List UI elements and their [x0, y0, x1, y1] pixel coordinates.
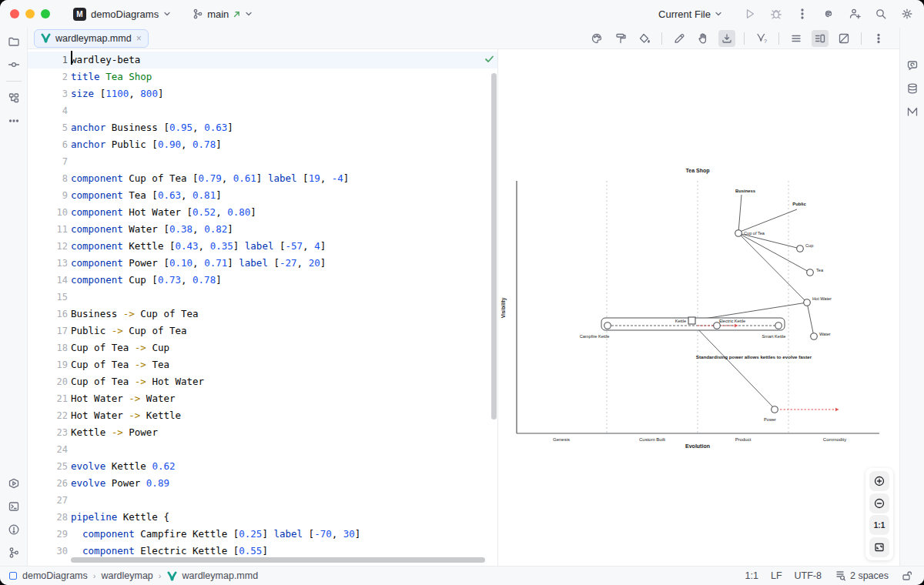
zoom-in-button[interactable]	[869, 471, 889, 491]
code-line[interactable]: 8component Cup of Tea [0.79, 0.61] label…	[28, 170, 497, 187]
code-line[interactable]: 21Hot Water -> Water	[28, 390, 497, 407]
code-line[interactable]: 12component Kettle [0.43, 0.35] label [-…	[28, 238, 497, 255]
code-line[interactable]: 25evolve Kettle 0.62	[28, 458, 497, 475]
code-line[interactable]: 5anchor Business [0.95, 0.63]	[28, 119, 497, 136]
line-ending[interactable]: LF	[771, 570, 782, 581]
run-tool-button[interactable]	[4, 473, 24, 493]
more-kebab-icon[interactable]	[796, 8, 808, 20]
commit-tool-button[interactable]	[4, 55, 24, 75]
horizontal-scrollbar[interactable]	[71, 557, 485, 563]
scroll-sync-button[interactable]	[718, 30, 735, 47]
vertical-scrollbar[interactable]	[491, 73, 497, 420]
code-line[interactable]: 2title Tea Shop	[28, 69, 497, 85]
code-line[interactable]: 24	[28, 441, 497, 458]
line-number: 16	[28, 306, 68, 323]
map-node-hot-water[interactable]	[804, 299, 811, 306]
more-kebab-button[interactable]	[870, 30, 887, 47]
structure-tool-button[interactable]	[4, 88, 24, 108]
code-line[interactable]: 26evolve Power 0.89	[28, 475, 497, 492]
inspections-ok-icon[interactable]	[484, 53, 495, 65]
tab-wardleymap-mmd[interactable]: wardleymap.mmd ×	[34, 29, 149, 48]
code-line[interactable]: 17Public -> Cup of Tea	[28, 323, 497, 339]
map-annotation: Standardising power allows kettles to ev…	[696, 354, 812, 359]
row-layout-button[interactable]	[788, 30, 805, 47]
line-number: 11	[28, 221, 68, 238]
tab-close-icon[interactable]: ×	[136, 34, 142, 43]
map-node-tea[interactable]	[807, 269, 814, 276]
project-widget[interactable]: M demoDiagrams	[73, 8, 171, 21]
zoom-out-button[interactable]	[869, 493, 889, 513]
ai-chat-tool-button[interactable]	[902, 55, 922, 75]
code-line[interactable]: 9component Tea [0.63, 0.81]	[28, 187, 497, 204]
map-node-campfire-kettle[interactable]	[604, 323, 611, 329]
code-editor[interactable]: 1wardley-beta2title Tea Shop3size [1100,…	[28, 49, 497, 566]
code-line[interactable]: 20Cup of Tea -> Hot Water	[28, 373, 497, 390]
map-label-smart-kettle: Smart Kettle	[762, 334, 786, 339]
maximize-window-button[interactable]	[41, 9, 50, 18]
code-line[interactable]: 15	[28, 289, 497, 306]
map-node-cup[interactable]	[797, 246, 804, 252]
map-node-smart-kettle[interactable]	[775, 323, 782, 329]
minimize-window-button[interactable]	[25, 9, 35, 18]
close-window-button[interactable]	[10, 9, 19, 18]
code-line[interactable]: 14component Cup [0.73, 0.78]	[28, 272, 497, 289]
code-line[interactable]: 18Cup of Tea -> Cup	[28, 339, 497, 356]
map-node-power[interactable]	[772, 406, 778, 413]
side-panel-layout-button[interactable]	[812, 30, 829, 47]
code-line[interactable]: 27	[28, 492, 497, 509]
branch-name[interactable]: main	[207, 8, 229, 20]
ai-assistant-icon[interactable]	[822, 8, 835, 20]
code-line[interactable]: 29 component Campfire Kettle [0.25] labe…	[28, 526, 497, 543]
map-node-kettle[interactable]	[688, 317, 695, 324]
map-node-water[interactable]	[811, 333, 818, 340]
mermaid-help-button[interactable]: ?	[753, 30, 770, 47]
code-line[interactable]: 11component Water [0.38, 0.82]	[28, 221, 497, 238]
code-line[interactable]: 28pipeline Kettle {	[28, 509, 497, 526]
file-encoding[interactable]: UTF-8	[795, 570, 822, 581]
unlocked-padlock-icon[interactable]	[901, 570, 913, 582]
indent-widget[interactable]: 2 spaces	[834, 570, 889, 582]
code-line[interactable]: 10component Hot Water [0.52, 0.80]	[28, 204, 497, 221]
code-line[interactable]: 16Business -> Cup of Tea	[28, 306, 497, 323]
search-icon[interactable]	[875, 8, 887, 20]
code-line[interactable]: 23Kettle -> Power	[28, 424, 497, 441]
paint-bucket-button[interactable]	[636, 30, 653, 47]
fit-screen-button[interactable]	[869, 537, 889, 557]
run-button[interactable]	[744, 8, 756, 20]
breadcrumb-file[interactable]: wardleymap.mmd	[182, 570, 259, 581]
vcs-tool-button[interactable]	[4, 543, 24, 563]
code-line[interactable]: 22Hot Water -> Kettle	[28, 407, 497, 424]
code-line[interactable]: 4	[28, 102, 497, 119]
window-controls[interactable]	[10, 9, 50, 18]
color-palette-button[interactable]	[588, 30, 605, 47]
code-line[interactable]: 3size [1100, 800]	[28, 85, 497, 102]
code-line[interactable]: 6anchor Public [0.90, 0.78]	[28, 136, 497, 153]
terminal-tool-button[interactable]	[4, 496, 24, 516]
caret-position[interactable]: 1:1	[745, 570, 758, 581]
run-configuration[interactable]: Current File	[658, 8, 722, 20]
run-config-name[interactable]: Current File	[658, 8, 711, 20]
problems-tool-button[interactable]	[4, 520, 24, 540]
project-name[interactable]: demoDiagrams	[91, 8, 159, 20]
diagram-preview-pane[interactable]: Tea ShopEvolutionVisibilityGenesisCustom…	[497, 49, 899, 566]
edit-source-button[interactable]	[671, 30, 688, 47]
breadcrumb-folder[interactable]: wardleymap	[101, 570, 152, 581]
paint-roller-button[interactable]	[612, 30, 629, 47]
map-node-cup-of-tea[interactable]	[735, 230, 742, 237]
debug-button[interactable]	[770, 8, 782, 20]
mermaid-tool-button[interactable]	[902, 102, 922, 122]
code-line[interactable]: 1wardley-beta	[28, 52, 497, 69]
code-line[interactable]: 7	[28, 153, 497, 170]
code-line[interactable]: 19Cup of Tea -> Tea	[28, 356, 497, 373]
breadcrumb-project[interactable]: demoDiagrams	[22, 570, 88, 581]
code-line[interactable]: 13component Power [0.10, 0.71] label [-2…	[28, 255, 497, 272]
database-tool-button[interactable]	[902, 79, 922, 99]
code-with-me-icon[interactable]	[849, 8, 861, 20]
vcs-widget[interactable]: main	[192, 8, 253, 20]
actual-size-button[interactable]: 1:1	[869, 515, 889, 535]
more-tools-button[interactable]	[4, 111, 24, 131]
image-disabled-button[interactable]	[835, 30, 852, 47]
settings-gear-icon[interactable]	[901, 8, 913, 20]
pan-hand-button[interactable]	[695, 30, 711, 47]
project-tool-button[interactable]	[4, 32, 24, 52]
